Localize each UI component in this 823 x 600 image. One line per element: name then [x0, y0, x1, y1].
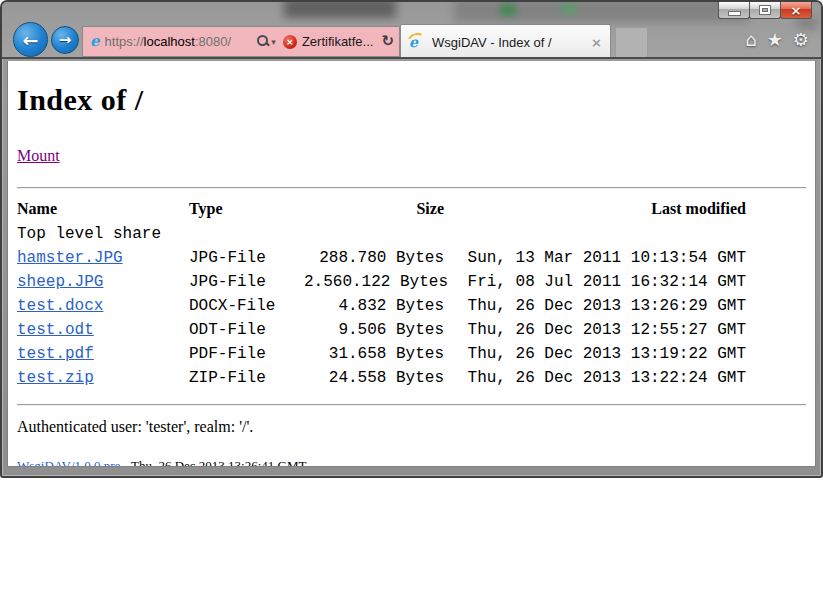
- close-icon: ×: [791, 4, 802, 17]
- browser-chrome: ← → e https://localhost:8080/ ▾ × Zertif…: [2, 2, 821, 59]
- file-modified: Fri, 08 Jul 2011 16:32:14 GMT: [444, 270, 746, 294]
- file-modified: Thu, 26 Dec 2013 12:55:27 GMT: [444, 318, 746, 342]
- ie-tab-icon: e: [409, 35, 426, 49]
- screenshot-root: ← → e https://localhost:8080/ ▾ × Zertif…: [0, 0, 823, 600]
- table-row: hamster.JPG JPG-File 288.780 Bytes Sun, …: [17, 246, 746, 270]
- mount-link-wrap: Mount: [17, 147, 806, 165]
- maximize-button[interactable]: [749, 2, 781, 19]
- refresh-icon[interactable]: ↻: [381, 34, 394, 49]
- file-type: DOCX-File: [189, 294, 304, 318]
- desktop-glimpse: [284, 2, 396, 18]
- maximize-icon: [760, 6, 770, 14]
- file-type: ZIP-File: [189, 366, 304, 390]
- table-row: test.zip ZIP-File 24.558 Bytes Thu, 26 D…: [17, 366, 746, 390]
- table-header-row: Name Type Size Last modified: [17, 196, 746, 222]
- file-link[interactable]: test.odt: [17, 321, 94, 339]
- back-button[interactable]: ←: [13, 22, 48, 57]
- divider-top: [17, 187, 806, 189]
- search-icon[interactable]: [257, 35, 268, 46]
- file-listing-table: Name Type Size Last modified Top level s…: [17, 196, 746, 390]
- file-modified: Thu, 26 Dec 2013 13:22:24 GMT: [444, 366, 746, 390]
- file-link[interactable]: test.docx: [17, 297, 103, 315]
- page-viewport: Index of / Mount Name Type Size Last mod…: [7, 61, 816, 467]
- new-tab-button[interactable]: [615, 27, 648, 57]
- file-size: 24.558 Bytes: [304, 366, 444, 390]
- url-text[interactable]: https://localhost:8080/: [105, 34, 258, 49]
- file-link[interactable]: test.pdf: [17, 345, 94, 363]
- server-timestamp: - Thu, 26 Dec 2013 13:26:41 GMT: [120, 458, 306, 467]
- file-size: 4.832 Bytes: [304, 294, 444, 318]
- mount-link[interactable]: Mount: [17, 147, 60, 164]
- share-note-row: Top level share: [17, 222, 746, 246]
- command-bar: ⌂ ★ ⚙: [745, 29, 809, 51]
- tab-close-icon[interactable]: ×: [585, 36, 602, 49]
- file-link[interactable]: test.zip: [17, 369, 94, 387]
- table-row: test.docx DOCX-File 4.832 Bytes Thu, 26 …: [17, 294, 746, 318]
- back-arrow-icon: ←: [23, 29, 39, 51]
- certificate-error-icon[interactable]: ×: [283, 35, 297, 49]
- share-note: Top level share: [17, 222, 746, 246]
- column-header-size: Size: [304, 196, 444, 222]
- minimize-icon: [729, 12, 740, 15]
- file-size: 288.780 Bytes: [304, 246, 444, 270]
- column-header-type: Type: [189, 196, 304, 222]
- wsgidav-version-link[interactable]: WsgiDAV/1.0.0.pre: [17, 458, 120, 467]
- file-type: JPG-File: [189, 270, 304, 294]
- file-link[interactable]: sheep.JPG: [17, 273, 103, 291]
- file-modified: Thu, 26 Dec 2013 13:19:22 GMT: [444, 342, 746, 366]
- tab-title: WsgiDAV - Index of /: [432, 35, 585, 50]
- minimize-button[interactable]: [718, 2, 750, 19]
- desktop-glimpse: [454, 2, 749, 22]
- file-type: JPG-File: [189, 246, 304, 270]
- column-header-name: Name: [17, 196, 189, 222]
- close-button[interactable]: ×: [780, 2, 812, 19]
- tools-gear-icon[interactable]: ⚙: [793, 29, 809, 51]
- file-size: 2.560.122 Bytes: [304, 270, 444, 294]
- divider-bottom: [17, 404, 806, 406]
- window-controls: ×: [719, 2, 812, 19]
- forward-arrow-icon: →: [59, 31, 72, 49]
- ie-page-icon: e: [90, 34, 100, 49]
- address-bar[interactable]: e https://localhost:8080/ ▾ × Zertifikat…: [82, 26, 400, 57]
- column-header-modified: Last modified: [444, 196, 746, 222]
- page-title: Index of /: [17, 83, 806, 117]
- file-size: 9.506 Bytes: [304, 318, 444, 342]
- chevron-down-icon[interactable]: ▾: [271, 37, 276, 47]
- wsgidav-index-page: Index of / Mount Name Type Size Last mod…: [8, 83, 815, 467]
- file-modified: Sun, 13 Mar 2011 10:13:54 GMT: [444, 246, 746, 270]
- desktop-glimpse: [562, 3, 576, 14]
- url-host: localhost: [144, 34, 195, 49]
- home-icon[interactable]: ⌂: [745, 29, 756, 51]
- table-row: sheep.JPG JPG-File 2.560.122 Bytes Fri, …: [17, 270, 746, 294]
- file-type: PDF-File: [189, 342, 304, 366]
- forward-button[interactable]: →: [51, 26, 79, 54]
- tab-wsgidav[interactable]: e WsgiDAV - Index of / ×: [400, 24, 611, 59]
- certificate-error-label[interactable]: Zertifikatfe...: [302, 34, 374, 49]
- authenticated-user-line: Authenticated user: 'tester', realm: '/'…: [17, 418, 806, 436]
- url-scheme: https://: [105, 34, 144, 49]
- file-modified: Thu, 26 Dec 2013 13:26:29 GMT: [444, 294, 746, 318]
- url-path: :8080/: [195, 34, 231, 49]
- file-size: 31.658 Bytes: [304, 342, 444, 366]
- desktop-glimpse: [797, 18, 817, 28]
- favorites-star-icon[interactable]: ★: [767, 29, 783, 51]
- file-type: ODT-File: [189, 318, 304, 342]
- server-signature-line: WsgiDAV/1.0.0.pre - Thu, 26 Dec 2013 13:…: [17, 458, 806, 467]
- file-link[interactable]: hamster.JPG: [17, 249, 123, 267]
- table-row: test.pdf PDF-File 31.658 Bytes Thu, 26 D…: [17, 342, 746, 366]
- browser-window: ← → e https://localhost:8080/ ▾ × Zertif…: [0, 0, 823, 478]
- table-row: test.odt ODT-File 9.506 Bytes Thu, 26 De…: [17, 318, 746, 342]
- desktop-glimpse: [500, 4, 516, 16]
